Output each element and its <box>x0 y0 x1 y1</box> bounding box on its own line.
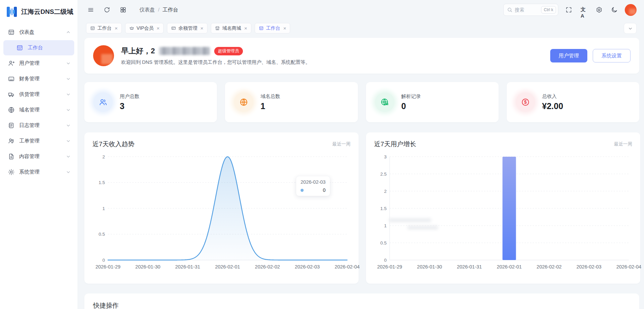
stat-card: 域名总数1 <box>225 82 358 122</box>
close-icon[interactable]: × <box>200 26 203 31</box>
tab-label: 工作台 <box>97 25 112 31</box>
user-plus-icon <box>8 60 15 67</box>
role-badge: 超级管理员 <box>214 47 243 55</box>
tab-chip[interactable]: VIP会员× <box>125 23 164 33</box>
sidebar-item-label: 日志管理 <box>19 122 39 129</box>
sidebar-item[interactable]: 域名管理 <box>3 102 74 118</box>
close-icon[interactable]: × <box>115 26 118 31</box>
sidebar-item-label: 工单管理 <box>19 138 39 144</box>
user-growth-bar-chart: 00.511.522.532026-01-292026-01-302026-01… <box>374 151 632 272</box>
svg-text:1: 1 <box>384 223 387 228</box>
sidebar-item-label: 内容管理 <box>19 153 39 160</box>
chart-range-label: 最近一周 <box>332 141 351 147</box>
stat-label: 总收入 <box>542 93 563 100</box>
sidebar-item[interactable]: 供货管理 <box>3 87 74 102</box>
crown-icon <box>129 26 134 31</box>
sidebar-item[interactable]: 工单管理 <box>3 133 74 149</box>
settings-icon-button[interactable] <box>594 5 604 15</box>
search-box[interactable]: Ctrl k <box>503 4 558 16</box>
stat-texts: 域名总数1 <box>260 93 280 111</box>
tab-label: 余额管理 <box>178 25 197 31</box>
tabs-collapse-button[interactable] <box>624 23 637 34</box>
dns-icon <box>375 93 394 112</box>
search-icon <box>507 7 512 12</box>
refresh-icon-button[interactable] <box>102 5 112 15</box>
dark-mode-icon-button[interactable] <box>610 5 619 15</box>
workbench-icon <box>259 26 264 31</box>
svg-text:2026-01-30: 2026-01-30 <box>135 264 160 269</box>
system-settings-button[interactable]: 系统设置 <box>593 49 631 62</box>
app-logo-icon <box>6 6 18 18</box>
welcome-banner: 早上好，2 超级管理员 欢迎回到 DNS 管理系统。这里是管理员工作台，您可以管… <box>84 38 639 74</box>
finance-icon <box>8 75 15 82</box>
stat-texts: 用户总数3 <box>120 93 139 111</box>
user-management-button[interactable]: 用户管理 <box>550 49 587 62</box>
search-input[interactable] <box>515 7 538 12</box>
breadcrumb: 仪表盘 / 工作台 <box>139 6 178 14</box>
close-icon[interactable]: × <box>244 26 247 31</box>
stat-card: $总收入¥2.00 <box>507 82 639 122</box>
sidebar-item[interactable]: 用户管理 <box>3 56 74 71</box>
chart-title: 近7天收入趋势 <box>92 140 135 149</box>
user-growth-chart-card: 近7天用户增长 最近一周 00.511.522.532026-01-292026… <box>366 132 640 284</box>
sidebar-item[interactable]: 财务管理 <box>3 71 74 86</box>
tab-chip[interactable]: 工作台× <box>86 23 122 33</box>
tooltip-value: 0 <box>309 187 326 193</box>
chevron-down-icon <box>66 170 71 175</box>
sidebar-subitem-label: 工作台 <box>28 45 43 51</box>
settings-icon <box>596 6 603 13</box>
content-area: 早上好，2 超级管理员 欢迎回到 DNS 管理系统。这里是管理员工作台，您可以管… <box>78 35 644 309</box>
stat-texts: 总收入¥2.00 <box>542 93 563 111</box>
hamburger-icon-button[interactable] <box>86 5 95 15</box>
quick-actions-title: 快捷操作 <box>93 301 631 309</box>
tabs-list: 工作台×VIP会员×余额管理×域名商城×工作台× <box>86 23 290 33</box>
svg-text:1.5: 1.5 <box>380 206 387 211</box>
chart-title: 近7天用户增长 <box>374 140 416 149</box>
user-avatar[interactable] <box>625 4 637 16</box>
translate-icon: 文A <box>581 6 587 13</box>
tab-chip[interactable]: 工作台× <box>255 23 290 33</box>
topbar-actions: Ctrl k 文A <box>503 4 637 16</box>
close-icon[interactable]: × <box>283 26 286 31</box>
breadcrumb-parent[interactable]: 仪表盘 <box>139 6 155 14</box>
tab-chip[interactable]: 余额管理× <box>167 23 207 33</box>
logo-row[interactable]: 江海云DNS二级域 <box>0 0 78 22</box>
chevron-down-icon <box>66 76 71 81</box>
svg-text:2026-01-29: 2026-01-29 <box>377 264 402 269</box>
svg-text:$: $ <box>524 99 527 105</box>
chevron-down-icon <box>66 154 71 159</box>
svg-text:0: 0 <box>102 258 105 263</box>
hamburger-icon <box>87 6 94 13</box>
card-icon <box>171 26 176 31</box>
svg-text:1.5: 1.5 <box>99 180 105 185</box>
dashboard-icon <box>8 29 15 36</box>
sidebar-submenu: 工作台 <box>3 40 74 55</box>
welcome-avatar <box>93 45 114 66</box>
sidebar-item[interactable]: 内容管理 <box>3 149 74 164</box>
sidebar-subitem[interactable]: 工作台 <box>3 40 74 55</box>
sidebar: 江海云DNS二级域 仪表盘工作台用户管理财务管理供货管理域名管理日志管理工单管理… <box>0 0 78 309</box>
chevron-down-icon <box>66 123 71 128</box>
tabs-bar: 工作台×VIP会员×余额管理×域名商城×工作台× <box>78 20 644 35</box>
apps-grid-icon-button[interactable] <box>118 5 128 15</box>
chart-range-label: 最近一周 <box>614 141 632 147</box>
fullscreen-icon-button[interactable] <box>564 5 573 15</box>
sidebar-item-label: 域名管理 <box>19 107 39 113</box>
translate-icon-button[interactable]: 文A <box>579 5 589 15</box>
line-chart-body: 00.511.522026-01-292026-01-302026-01-312… <box>92 151 351 272</box>
stat-card: 用户总数3 <box>84 82 217 122</box>
stat-value: 3 <box>120 101 139 111</box>
tab-chip[interactable]: 域名商城× <box>211 23 251 33</box>
stat-card: 解析记录0 <box>366 82 499 122</box>
sidebar-item[interactable]: 系统管理 <box>3 164 74 180</box>
stat-value: ¥2.00 <box>542 101 563 111</box>
svg-text:2026-01-29: 2026-01-29 <box>95 264 120 269</box>
tab-label: 域名商城 <box>222 25 241 31</box>
greeting-text: 早上好，2 <box>121 46 155 56</box>
sidebar-item-label: 财务管理 <box>19 76 39 82</box>
yuan-icon: $ <box>516 93 535 112</box>
close-icon[interactable]: × <box>157 26 160 31</box>
sidebar-item[interactable]: 日志管理 <box>3 118 74 133</box>
domain-icon <box>8 106 15 113</box>
sidebar-item[interactable]: 仪表盘 <box>3 25 74 40</box>
